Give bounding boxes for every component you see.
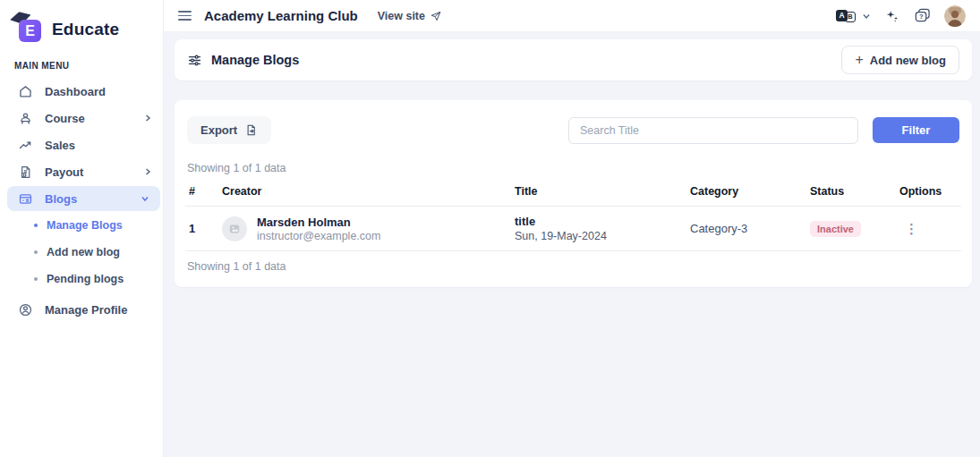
translate-icon: A B (836, 9, 857, 23)
svg-text:?: ? (919, 13, 924, 21)
column-header-status: Status (806, 178, 896, 207)
table-toolbar: Export Filter (185, 116, 961, 144)
educate-logo-icon: E (11, 13, 45, 46)
chevron-right-icon (143, 167, 152, 176)
sliders-icon (187, 53, 202, 68)
row-index: 1 (185, 207, 218, 251)
user-avatar[interactable] (944, 5, 966, 27)
sidebar-item-label: Manage Profile (45, 303, 127, 317)
page-title: Manage Blogs (211, 53, 299, 67)
chevron-right-icon (143, 114, 152, 123)
sidebar-subitem-label: Pending blogs (47, 273, 124, 285)
bullet-icon (34, 224, 38, 227)
bullet-icon (34, 250, 38, 254)
column-header-options: Options (896, 178, 961, 207)
sidebar-item-blogs[interactable]: Blogs (7, 186, 160, 211)
home-icon (18, 84, 33, 99)
course-icon (18, 111, 33, 126)
sidebar-item-manage-profile[interactable]: Manage Profile (0, 296, 163, 323)
sidebar-item-label: Course (45, 112, 132, 125)
sidebar-item-payout[interactable]: Payout (0, 158, 163, 185)
add-new-blog-button[interactable]: + Add new blog (841, 46, 959, 74)
bullet-icon (34, 277, 38, 281)
showing-count-top: Showing 1 of 1 data (187, 162, 959, 174)
sidebar-item-dashboard[interactable]: Dashboard (0, 78, 163, 105)
image-placeholder-icon (227, 222, 242, 236)
language-selector[interactable]: A B (836, 9, 871, 23)
creator-name: Marsden Holman (257, 216, 380, 229)
export-button[interactable]: Export (187, 116, 271, 144)
sidebar-item-sales[interactable]: Sales (0, 131, 163, 158)
sidebar-subitem-pending-blogs[interactable]: Pending blogs (0, 266, 163, 292)
table-header-row: # Creator Title Category Status Options (185, 178, 961, 207)
blog-category: Category-3 (686, 207, 806, 251)
blogs-table: # Creator Title Category Status Options … (185, 178, 961, 251)
chevron-down-icon (862, 12, 871, 21)
table-row: 1 Marsden Holman instructor@example.com (185, 207, 961, 251)
brand-logo[interactable]: E Educate (0, 9, 163, 47)
topbar: Academy Learning Club View site A B ? (164, 0, 980, 32)
view-site-link[interactable]: View site (378, 10, 442, 22)
sidebar-subitem-manage-blogs[interactable]: Manage Blogs (0, 212, 163, 239)
sidebar-item-course[interactable]: Course (0, 105, 163, 131)
search-input[interactable] (568, 117, 858, 144)
column-header-title: Title (511, 178, 686, 207)
chevron-down-icon (141, 194, 149, 203)
view-site-label: View site (378, 10, 425, 22)
sparkles-icon[interactable] (884, 8, 900, 24)
help-chat-icon[interactable]: ? (914, 7, 931, 24)
add-new-blog-label: Add new blog (870, 54, 946, 67)
row-options-menu[interactable]: ⋮ (899, 221, 924, 236)
sidebar-subitem-add-new-blog[interactable]: Add new blog (0, 239, 163, 266)
payout-icon (18, 165, 33, 180)
topbar-actions: A B ? (836, 5, 966, 27)
showing-count-bottom: Showing 1 of 1 data (187, 260, 959, 273)
hamburger-menu-icon[interactable] (178, 11, 192, 21)
sidebar-item-label: Blogs (45, 192, 129, 206)
content-card: Export Filter Showing 1 of 1 data # Crea… (175, 100, 972, 287)
send-icon (430, 10, 442, 22)
column-header-creator: Creator (218, 178, 511, 207)
export-label: Export (200, 123, 237, 137)
page-body: Manage Blogs + Add new blog Export Filte… (164, 32, 980, 457)
main-area: Academy Learning Club View site A B ? (164, 0, 980, 457)
creator-email: instructor@example.com (257, 230, 380, 242)
sidebar-item-label: Payout (45, 165, 132, 179)
sidebar-subitem-label: Manage Blogs (47, 219, 123, 232)
filter-button[interactable]: Filter (873, 117, 959, 143)
plus-icon: + (855, 53, 863, 67)
trending-up-icon (18, 138, 33, 153)
column-header-index: # (185, 178, 218, 207)
sidebar-section-label: MAIN MENU (14, 61, 163, 71)
sidebar: E Educate MAIN MENU Dashboard Course Sal… (0, 0, 164, 457)
blogs-icon (18, 191, 33, 207)
creator-avatar (222, 216, 247, 241)
export-file-icon (244, 123, 258, 137)
sidebar-subitem-label: Add new blog (47, 246, 120, 258)
sidebar-item-label: Sales (45, 139, 75, 152)
column-header-category: Category (686, 178, 806, 207)
profile-icon (18, 302, 33, 317)
status-badge: Inactive (810, 221, 861, 237)
sidebar-item-label: Dashboard (45, 85, 106, 98)
creator-cell: Marsden Holman instructor@example.com (222, 216, 507, 242)
page-title-card: Manage Blogs + Add new blog (175, 39, 972, 80)
site-title: Academy Learning Club (204, 8, 358, 23)
brand-name: Educate (52, 20, 119, 39)
blog-title: title (515, 215, 683, 228)
blog-date: Sun, 19-May-2024 (515, 230, 683, 242)
